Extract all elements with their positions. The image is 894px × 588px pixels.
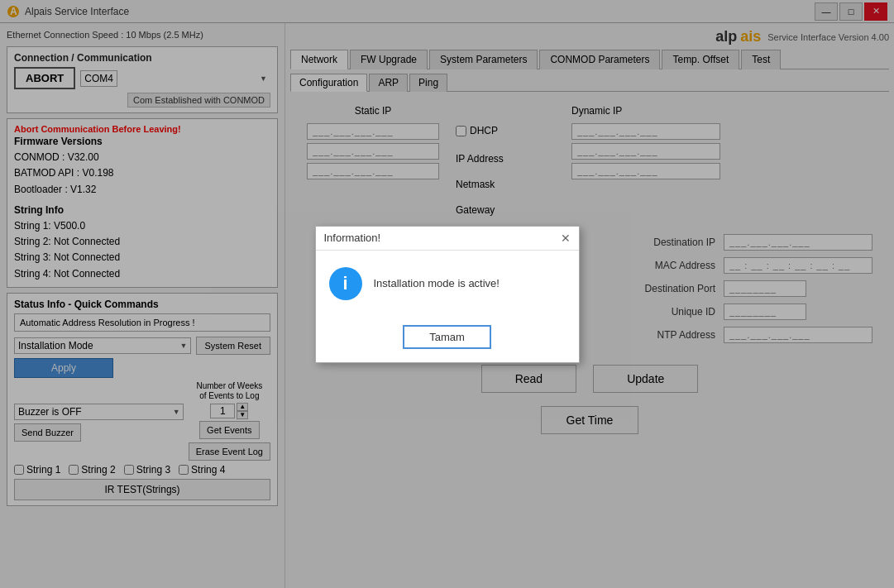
dialog-box: Information! ✕ i Installation mode is ac… — [315, 226, 580, 363]
dialog-overlay: Information! ✕ i Installation mode is ac… — [0, 0, 894, 588]
dialog-message: Installation mode is active! — [374, 277, 500, 289]
dialog-title-bar: Information! ✕ — [316, 227, 579, 251]
tamam-button[interactable]: Tamam — [403, 325, 491, 349]
dialog-close-button[interactable]: ✕ — [561, 232, 571, 245]
dialog-buttons: Tamam — [316, 317, 579, 362]
dialog-content: i Installation mode is active! — [316, 251, 579, 317]
info-icon: i — [329, 267, 362, 300]
dialog-title: Information! — [324, 232, 381, 244]
